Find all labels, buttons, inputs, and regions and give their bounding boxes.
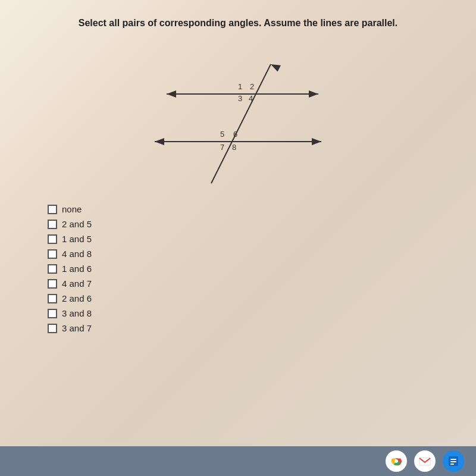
option-item-4and8[interactable]: 4 and 8 bbox=[48, 249, 92, 259]
checkbox-none[interactable] bbox=[48, 205, 57, 214]
files-icon[interactable] bbox=[443, 450, 464, 472]
svg-text:1: 1 bbox=[238, 82, 242, 91]
option-label-3and7: 3 and 7 bbox=[62, 323, 92, 333]
svg-rect-17 bbox=[450, 464, 454, 465]
svg-rect-16 bbox=[450, 461, 456, 462]
option-label-3and8: 3 and 8 bbox=[62, 308, 92, 318]
option-item-1and5[interactable]: 1 and 5 bbox=[48, 234, 92, 244]
question-text: Select all pairs of corresponding angles… bbox=[79, 18, 397, 29]
option-label-4and7: 4 and 7 bbox=[62, 278, 92, 289]
option-label-4and8: 4 and 8 bbox=[62, 249, 92, 259]
svg-text:7: 7 bbox=[220, 143, 224, 152]
option-item-2and5[interactable]: 2 and 5 bbox=[48, 219, 92, 229]
checkbox-3and8[interactable] bbox=[48, 309, 57, 318]
checkbox-4and7[interactable] bbox=[48, 279, 57, 289]
checkbox-3and7[interactable] bbox=[48, 324, 57, 333]
svg-text:5: 5 bbox=[220, 130, 224, 139]
taskbar bbox=[0, 446, 476, 476]
checkbox-4and8[interactable] bbox=[48, 249, 57, 259]
option-label-1and5: 1 and 5 bbox=[62, 234, 92, 244]
option-item-none[interactable]: none bbox=[48, 204, 82, 214]
checkbox-1and5[interactable] bbox=[48, 234, 57, 244]
checkbox-1and6[interactable] bbox=[48, 264, 57, 274]
option-label-1and6: 1 and 6 bbox=[62, 264, 92, 274]
svg-text:8: 8 bbox=[232, 143, 236, 152]
svg-text:3: 3 bbox=[238, 94, 242, 103]
option-item-3and7[interactable]: 3 and 7 bbox=[48, 323, 92, 333]
diagram-container: 1 2 3 4 5 6 7 8 bbox=[137, 40, 339, 195]
main-content: Select all pairs of corresponding angles… bbox=[0, 0, 476, 446]
option-label-none: none bbox=[62, 204, 82, 214]
svg-rect-15 bbox=[450, 459, 456, 460]
checkbox-2and6[interactable] bbox=[48, 294, 57, 303]
options-container: none2 and 51 and 54 and 81 and 64 and 72… bbox=[0, 204, 476, 333]
chrome-icon[interactable] bbox=[386, 450, 407, 472]
gmail-icon[interactable] bbox=[414, 450, 436, 472]
option-item-2and6[interactable]: 2 and 6 bbox=[48, 293, 92, 303]
svg-text:6: 6 bbox=[233, 130, 237, 139]
svg-text:2: 2 bbox=[250, 82, 254, 91]
option-item-1and6[interactable]: 1 and 6 bbox=[48, 264, 92, 274]
option-label-2and5: 2 and 5 bbox=[62, 219, 92, 229]
option-label-2and6: 2 and 6 bbox=[62, 293, 92, 303]
checkbox-2and5[interactable] bbox=[48, 220, 57, 229]
svg-text:4: 4 bbox=[249, 94, 253, 103]
svg-point-12 bbox=[394, 459, 398, 463]
option-item-4and7[interactable]: 4 and 7 bbox=[48, 278, 92, 289]
option-item-3and8[interactable]: 3 and 8 bbox=[48, 308, 92, 318]
